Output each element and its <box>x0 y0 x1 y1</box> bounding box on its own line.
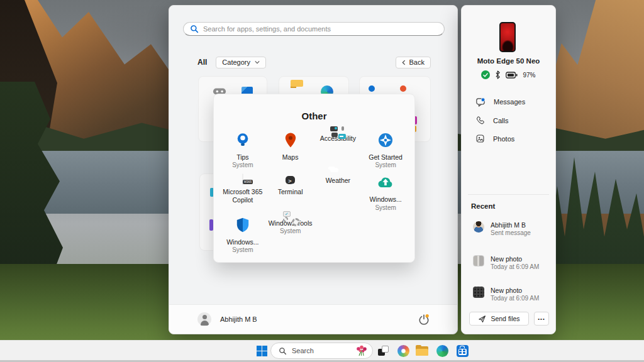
blue-ring-icon <box>369 85 375 92</box>
power-button[interactable] <box>416 311 432 327</box>
back-button-label: Back <box>409 58 425 66</box>
search-icon <box>190 25 199 33</box>
connected-check-icon <box>481 70 490 79</box>
phone-screen-preview[interactable] <box>499 22 516 52</box>
get-started-icon <box>377 140 394 150</box>
app-tile-m365-copilot[interactable]: M365 Microsoft 365 Copilot <box>219 174 267 211</box>
divider <box>468 194 549 195</box>
recent-item-photo-1[interactable]: New photo Today at 6:09 AM <box>462 251 555 275</box>
battery-percent: 97% <box>523 72 535 79</box>
start-search-box[interactable] <box>183 22 445 36</box>
chevron-down-icon <box>255 60 260 64</box>
category-dropdown[interactable]: Category <box>216 57 266 69</box>
photo-thumbnail <box>473 255 484 266</box>
recent-list: Abhijith M B Sent message New photo Toda… <box>462 217 555 307</box>
menu-item-messages[interactable]: Messages <box>462 92 555 111</box>
app-tile-weather[interactable]: Weather <box>314 174 362 211</box>
app-tile-get-started[interactable]: Get Started System <box>362 132 409 168</box>
user-bar: Abhijith M B <box>169 304 457 334</box>
copilot-button[interactable] <box>396 341 411 361</box>
file-explorer-icon <box>416 346 428 356</box>
phone-status-row: 97% <box>462 70 555 79</box>
recent-item-photo-2[interactable]: New photo Today at 6:09 AM <box>462 283 555 307</box>
windows-backup-icon <box>377 182 394 192</box>
send-files-label: Send files <box>491 315 519 322</box>
app-tile-windows-backup[interactable]: Windows... System <box>362 174 409 211</box>
other-category-popup: Other Tips System Maps Access <box>213 94 415 263</box>
recent-header: Recent <box>471 202 495 210</box>
battery-icon <box>506 72 518 79</box>
send-files-button[interactable]: Send files <box>469 312 529 326</box>
task-view-button[interactable] <box>375 341 391 361</box>
taskbar-search-label: Search <box>292 347 350 354</box>
magnifier-icon <box>279 347 287 355</box>
app-grid: Tips System Maps Accessibility <box>214 121 414 253</box>
file-explorer-button[interactable] <box>414 341 430 361</box>
recent-item-message[interactable]: Abhijith M B Sent message <box>462 217 555 241</box>
flowers-image <box>355 345 369 356</box>
app-tile-windows-security[interactable]: Windows... System <box>219 217 267 253</box>
store-button[interactable] <box>455 341 470 361</box>
filter-all-label: All <box>197 58 207 67</box>
maps-icon <box>282 140 299 150</box>
app-tile-accessibility[interactable]: Accessibility <box>314 132 362 168</box>
menu-item-photos-label: Photos <box>493 135 514 143</box>
menu-item-calls-label: Calls <box>493 117 508 124</box>
windows-security-icon <box>235 224 251 235</box>
power-icon <box>418 314 430 325</box>
phone-link-panel: Moto Edge 50 Neo 97% Messages Calls <box>461 5 556 334</box>
m365-copilot-icon: M365 <box>242 173 243 185</box>
edge-icon <box>436 345 448 357</box>
store-icon <box>457 345 469 357</box>
contact-avatar <box>473 221 484 233</box>
menu-item-calls[interactable]: Calls <box>462 111 555 129</box>
tips-icon <box>235 140 251 150</box>
phone-menu: Messages Calls Photos <box>462 92 555 148</box>
calls-icon <box>475 116 485 125</box>
send-row: Send files ••• <box>469 312 549 326</box>
messages-icon <box>475 97 486 107</box>
copilot-icon <box>397 345 409 357</box>
app-tile-terminal[interactable]: >_ Terminal <box>267 174 314 211</box>
chevron-left-icon <box>402 60 406 65</box>
taskbar-search[interactable]: Search <box>270 343 373 359</box>
taskbar: Search <box>0 340 644 362</box>
start-button[interactable] <box>254 341 269 361</box>
menu-item-photos[interactable]: Photos <box>462 129 555 148</box>
windows-logo-icon <box>257 346 267 356</box>
more-button[interactable]: ••• <box>534 312 549 326</box>
photos-icon <box>475 134 485 143</box>
app-tile-tips[interactable]: Tips System <box>219 132 267 168</box>
filter-row: All Category Back <box>197 56 431 69</box>
start-menu-panel: All Category Back <box>169 5 458 334</box>
menu-item-messages-label: Messages <box>494 98 525 106</box>
edge-button[interactable] <box>435 341 450 361</box>
task-view-icon <box>378 346 389 356</box>
popup-title: Other <box>214 94 414 121</box>
terminal-icon: >_ <box>286 176 295 184</box>
bluetooth-icon <box>495 70 501 79</box>
search-input[interactable] <box>203 25 438 33</box>
photo-thumbnail <box>473 287 484 298</box>
user-name: Abhijith M B <box>220 315 257 323</box>
category-dropdown-label: Category <box>222 58 250 66</box>
app-tile-windows-tools[interactable]: ✓ Windows Tools System <box>267 217 314 253</box>
device-name: Moto Edge 50 Neo <box>462 57 555 65</box>
send-icon <box>478 315 486 323</box>
red-ring-icon <box>400 85 406 92</box>
back-button[interactable]: Back <box>396 57 431 69</box>
user-avatar[interactable] <box>197 312 211 326</box>
app-tile-maps[interactable]: Maps <box>267 132 314 168</box>
